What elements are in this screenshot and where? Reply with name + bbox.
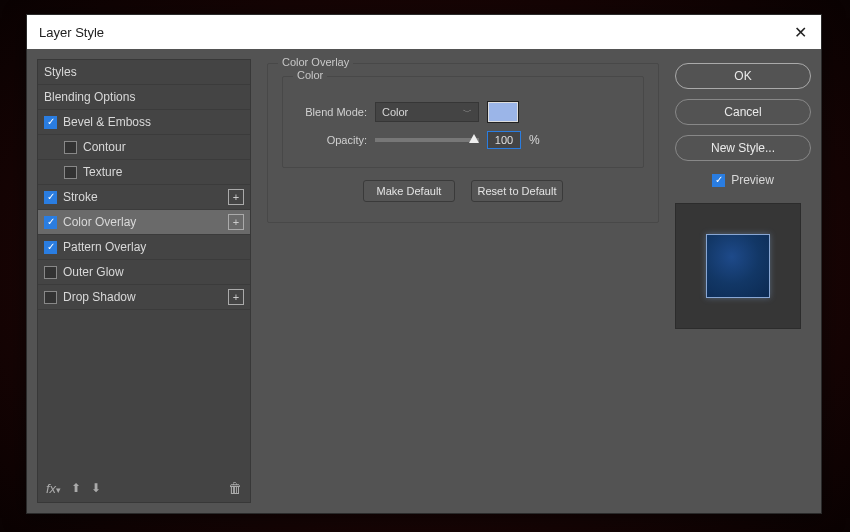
sidebar-item-texture[interactable]: Texture (38, 160, 250, 185)
checkbox[interactable] (64, 141, 77, 154)
blend-mode-label: Blend Mode: (297, 106, 367, 118)
new-style-button[interactable]: New Style... (675, 135, 811, 161)
sidebar-item-bevel-emboss[interactable]: Bevel & Emboss (38, 110, 250, 135)
sidebar-item-stroke[interactable]: Stroke+ (38, 185, 250, 210)
blend-mode-dropdown[interactable]: Color ﹀ (375, 102, 479, 122)
right-panel: OK Cancel New Style... Preview (675, 59, 811, 503)
add-effect-icon[interactable]: + (228, 289, 244, 305)
subgroup-legend: Color (293, 69, 327, 81)
dialog-body: StylesBlending OptionsBevel & EmbossCont… (27, 49, 821, 513)
chevron-down-icon: ﹀ (463, 106, 472, 119)
default-buttons-row: Make Default Reset to Default (282, 180, 644, 202)
sidebar-item-label: Outer Glow (63, 265, 244, 279)
sidebar-item-color-overlay[interactable]: Color Overlay+ (38, 210, 250, 235)
overlay-color-swatch[interactable] (487, 101, 519, 123)
arrow-down-icon[interactable]: ⬇ (91, 481, 101, 495)
sidebar-footer: fx▾ ⬆ ⬇ 🗑 (38, 474, 250, 502)
sidebar-item-styles[interactable]: Styles (38, 60, 250, 85)
opacity-unit: % (529, 133, 540, 147)
trash-icon[interactable]: 🗑 (228, 480, 242, 496)
titlebar: Layer Style ✕ (27, 15, 821, 49)
opacity-row: Opacity: 100 % (297, 131, 629, 149)
preview-box (675, 203, 801, 329)
blend-mode-row: Blend Mode: Color ﹀ (297, 101, 629, 123)
cancel-button[interactable]: Cancel (675, 99, 811, 125)
make-default-button[interactable]: Make Default (363, 180, 455, 202)
checkbox[interactable] (44, 266, 57, 279)
sidebar-item-label: Styles (44, 65, 244, 79)
opacity-label: Opacity: (297, 134, 367, 146)
fx-icon[interactable]: fx▾ (46, 481, 61, 496)
checkbox[interactable] (44, 216, 57, 229)
add-effect-icon[interactable]: + (228, 189, 244, 205)
sidebar-item-contour[interactable]: Contour (38, 135, 250, 160)
opacity-slider[interactable] (375, 138, 479, 142)
sidebar-item-label: Color Overlay (63, 215, 222, 229)
color-subgroup: Color Blend Mode: Color ﹀ Opacity: (282, 76, 644, 168)
sidebar-item-blending-options[interactable]: Blending Options (38, 85, 250, 110)
checkbox[interactable] (64, 166, 77, 179)
arrow-up-icon[interactable]: ⬆ (71, 481, 81, 495)
preview-label: Preview (731, 173, 774, 187)
reset-default-button[interactable]: Reset to Default (471, 180, 563, 202)
dialog-title: Layer Style (39, 25, 104, 40)
sidebar-item-label: Bevel & Emboss (63, 115, 244, 129)
opacity-input[interactable]: 100 (487, 131, 521, 149)
color-overlay-group: Color Overlay Color Blend Mode: Color ﹀ … (267, 63, 659, 223)
sidebar-item-label: Blending Options (44, 90, 244, 104)
checkbox[interactable] (44, 191, 57, 204)
ok-button[interactable]: OK (675, 63, 811, 89)
preview-checkbox[interactable] (712, 174, 725, 187)
layer-style-dialog: Layer Style ✕ StylesBlending OptionsBeve… (26, 14, 822, 514)
sidebar-item-label: Stroke (63, 190, 222, 204)
add-effect-icon[interactable]: + (228, 214, 244, 230)
sidebar-item-pattern-overlay[interactable]: Pattern Overlay (38, 235, 250, 260)
sidebar-item-label: Contour (83, 140, 244, 154)
sidebar-item-label: Drop Shadow (63, 290, 222, 304)
sidebar-item-drop-shadow[interactable]: Drop Shadow+ (38, 285, 250, 310)
preview-thumbnail (706, 234, 770, 298)
center-panel: Color Overlay Color Blend Mode: Color ﹀ … (259, 59, 667, 503)
close-icon[interactable]: ✕ (794, 23, 807, 42)
sidebar-item-outer-glow[interactable]: Outer Glow (38, 260, 250, 285)
styles-sidebar: StylesBlending OptionsBevel & EmbossCont… (37, 59, 251, 503)
slider-thumb-icon[interactable] (469, 134, 479, 143)
sidebar-item-label: Pattern Overlay (63, 240, 244, 254)
group-legend: Color Overlay (278, 56, 353, 68)
sidebar-item-label: Texture (83, 165, 244, 179)
checkbox[interactable] (44, 291, 57, 304)
checkbox[interactable] (44, 241, 57, 254)
blend-mode-value: Color (382, 106, 408, 118)
checkbox[interactable] (44, 116, 57, 129)
preview-toggle-row: Preview (675, 173, 811, 187)
